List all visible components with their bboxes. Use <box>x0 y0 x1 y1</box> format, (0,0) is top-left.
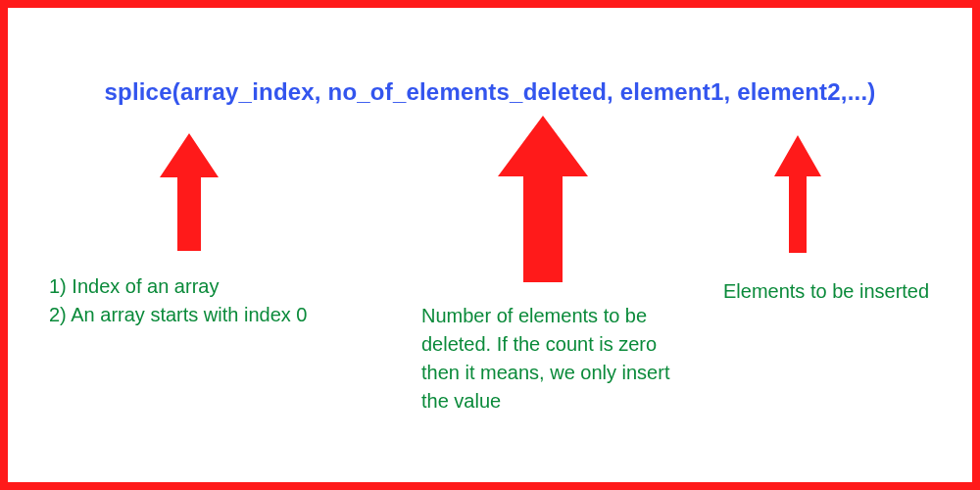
arrow-array-index <box>160 133 219 251</box>
note-array-index: 1) Index of an array 2) An array starts … <box>49 272 372 329</box>
arrow-up-icon <box>160 133 219 251</box>
svg-marker-0 <box>160 133 219 251</box>
note-inserted-elements: Elements to be inserted <box>723 277 939 306</box>
arrow-inserted-elements <box>774 135 821 253</box>
arrow-up-icon <box>498 116 588 282</box>
note-line: 1) Index of an array <box>49 272 372 301</box>
arrow-delete-count <box>498 116 588 282</box>
svg-marker-1 <box>498 116 588 282</box>
note-line: 2) An array starts with index 0 <box>49 301 372 329</box>
note-delete-count: Number of elements to be deleted. If the… <box>421 302 696 416</box>
arrow-up-icon <box>774 135 821 253</box>
function-signature: splice(array_index, no_of_elements_delet… <box>8 78 972 106</box>
svg-marker-2 <box>774 135 821 253</box>
